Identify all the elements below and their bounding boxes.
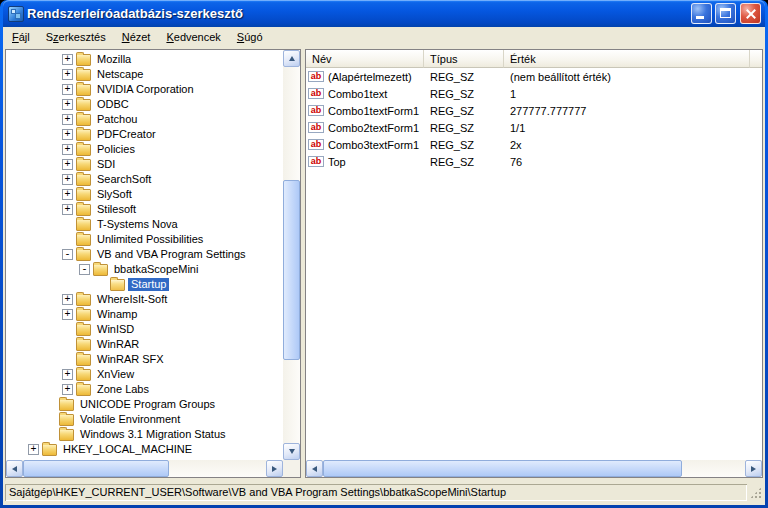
tree-item-label[interactable]: Windows 3.1 Migration Status [77, 428, 229, 441]
tree-item-stilesoft[interactable]: +Stilesoft [6, 202, 283, 217]
tree-item-label[interactable]: HKEY_LOCAL_MACHINE [60, 443, 195, 456]
tree-item-label[interactable]: Startup [128, 278, 169, 291]
tree-view[interactable]: +Mozilla+Netscape+NVIDIA Corporation+ODB… [6, 50, 283, 460]
tree-item-pdfcreator[interactable]: +PDFCreator [6, 127, 283, 142]
tree-item-label[interactable]: SlySoft [94, 188, 135, 201]
tree-item-xnview[interactable]: +XnView [6, 367, 283, 382]
collapse-minus-icon[interactable]: - [79, 264, 90, 275]
tree-item-odbc[interactable]: +ODBC [6, 97, 283, 112]
tree-item-winamp[interactable]: +Winamp [6, 307, 283, 322]
tree-item-t-systems-nova[interactable]: T-Systems Nova [6, 217, 283, 232]
tree-item-label[interactable]: WhereIsIt-Soft [94, 293, 170, 306]
tree-horizontal-scrollbar[interactable] [6, 460, 283, 477]
registry-value-row[interactable]: abCombo1textForm1REG_SZ277777.777777 [306, 102, 762, 119]
tree-item-patchou[interactable]: +Patchou [6, 112, 283, 127]
registry-value-row[interactable]: abCombo3textForm1REG_SZ2x [306, 136, 762, 153]
registry-value-row[interactable]: abCombo2textForm1REG_SZ1/1 [306, 119, 762, 136]
tree-item-netscape[interactable]: +Netscape [6, 67, 283, 82]
expand-plus-icon[interactable]: + [62, 159, 73, 170]
expand-plus-icon[interactable]: + [28, 444, 39, 455]
tree-item-label[interactable]: SearchSoft [94, 173, 154, 186]
menu-s-g[interactable]: Súgó [229, 29, 271, 46]
resize-grip-icon[interactable] [749, 486, 763, 500]
tree-item-windows-3-1-migration-status[interactable]: Windows 3.1 Migration Status [6, 427, 283, 442]
maximize-button[interactable] [715, 3, 736, 24]
registry-value-row[interactable]: abCombo1textREG_SZ1 [306, 85, 762, 102]
registry-value-row[interactable]: ab(Alapértelmezett)REG_SZ(nem beállított… [306, 68, 762, 85]
scroll-right-button[interactable] [266, 460, 283, 477]
tree-item-slysoft[interactable]: +SlySoft [6, 187, 283, 202]
tree-item-bbatkascopemini[interactable]: -bbatkaScopeMini [6, 262, 283, 277]
tree-item-label[interactable]: PDFCreator [94, 128, 159, 141]
tree-item-winisd[interactable]: WinISD [6, 322, 283, 337]
expand-plus-icon[interactable]: + [62, 99, 73, 110]
expand-plus-icon[interactable]: + [62, 309, 73, 320]
tree-item-label[interactable]: Volatile Environment [77, 413, 183, 426]
close-button[interactable] [740, 3, 761, 24]
title-bar[interactable]: Rendszerleíróadatbázis-szerkesztő [3, 0, 765, 27]
expand-plus-icon[interactable]: + [62, 129, 73, 140]
expand-plus-icon[interactable]: + [62, 189, 73, 200]
expand-plus-icon[interactable]: + [62, 174, 73, 185]
scroll-left-button[interactable] [6, 460, 23, 477]
tree-item-unicode-program-groups[interactable]: UNICODE Program Groups [6, 397, 283, 412]
column-header-n-v[interactable]: Név [306, 50, 424, 68]
tree-item-hkey-local-machine[interactable]: +HKEY_LOCAL_MACHINE [6, 442, 283, 457]
scroll-right-button[interactable] [745, 460, 762, 477]
tree-hscroll-thumb[interactable] [23, 460, 169, 477]
tree-item-label[interactable]: Zone Labs [94, 383, 152, 396]
tree-item-label[interactable]: WinRAR SFX [94, 353, 167, 366]
menu-kedvencek[interactable]: Kedvencek [158, 29, 228, 46]
column-header-rt-k[interactable]: Érték [504, 50, 750, 68]
expand-plus-icon[interactable]: + [62, 369, 73, 380]
tree-hscroll-track[interactable] [23, 460, 266, 477]
tree-item-policies[interactable]: +Policies [6, 142, 283, 157]
tree-vertical-scrollbar[interactable] [283, 50, 300, 460]
tree-item-label[interactable]: Mozilla [94, 53, 134, 66]
tree-item-searchsoft[interactable]: +SearchSoft [6, 172, 283, 187]
tree-item-label[interactable]: Unlimited Possibilities [94, 233, 206, 246]
tree-item-vb-and-vba-program-settings[interactable]: -VB and VBA Program Settings [6, 247, 283, 262]
tree-item-label[interactable]: Winamp [94, 308, 140, 321]
tree-item-sdi[interactable]: +SDI [6, 157, 283, 172]
list-hscroll-track[interactable] [323, 460, 745, 477]
tree-item-label[interactable]: WinRAR [94, 338, 142, 351]
tree-item-winrar-sfx[interactable]: WinRAR SFX [6, 352, 283, 367]
tree-item-label[interactable]: bbatkaScopeMini [111, 263, 201, 276]
expand-plus-icon[interactable]: + [62, 84, 73, 95]
tree-item-label[interactable]: NVIDIA Corporation [94, 83, 197, 96]
expand-plus-icon[interactable]: + [62, 114, 73, 125]
tree-vscroll-thumb[interactable] [283, 180, 300, 360]
menu-n-zet[interactable]: Nézet [114, 29, 159, 46]
scroll-up-button[interactable] [283, 50, 300, 67]
list-hscroll-thumb[interactable] [323, 460, 682, 477]
expand-plus-icon[interactable]: + [62, 144, 73, 155]
tree-item-label[interactable]: Patchou [94, 113, 140, 126]
expand-plus-icon[interactable]: + [62, 204, 73, 215]
scroll-down-button[interactable] [283, 443, 300, 460]
tree-item-startup[interactable]: Startup [6, 277, 283, 292]
tree-item-label[interactable]: Policies [94, 143, 138, 156]
tree-item-label[interactable]: T-Systems Nova [94, 218, 181, 231]
tree-item-volatile-environment[interactable]: Volatile Environment [6, 412, 283, 427]
tree-item-label[interactable]: XnView [94, 368, 137, 381]
tree-item-unlimited-possibilities[interactable]: Unlimited Possibilities [6, 232, 283, 247]
scroll-left-button[interactable] [306, 460, 323, 477]
menu-szerkeszt-s[interactable]: Szerkesztés [38, 29, 114, 46]
expand-plus-icon[interactable]: + [62, 69, 73, 80]
tree-item-nvidia-corporation[interactable]: +NVIDIA Corporation [6, 82, 283, 97]
tree-item-label[interactable]: SDI [94, 158, 118, 171]
tree-item-label[interactable]: VB and VBA Program Settings [94, 248, 249, 261]
minimize-button[interactable] [691, 3, 712, 24]
tree-item-zone-labs[interactable]: +Zone Labs [6, 382, 283, 397]
tree-item-whereisit-soft[interactable]: +WhereIsIt-Soft [6, 292, 283, 307]
menu-f-jl[interactable]: Fájl [4, 29, 38, 46]
tree-item-label[interactable]: Stilesoft [94, 203, 139, 216]
expand-plus-icon[interactable]: + [62, 384, 73, 395]
registry-value-row[interactable]: abTopREG_SZ76 [306, 153, 762, 170]
tree-item-label[interactable]: WinISD [94, 323, 137, 336]
column-header-t-pus[interactable]: Típus [424, 50, 504, 68]
expand-plus-icon[interactable]: + [62, 294, 73, 305]
list-body[interactable]: ab(Alapértelmezett)REG_SZ(nem beállított… [306, 68, 762, 170]
collapse-minus-icon[interactable]: - [62, 249, 73, 260]
